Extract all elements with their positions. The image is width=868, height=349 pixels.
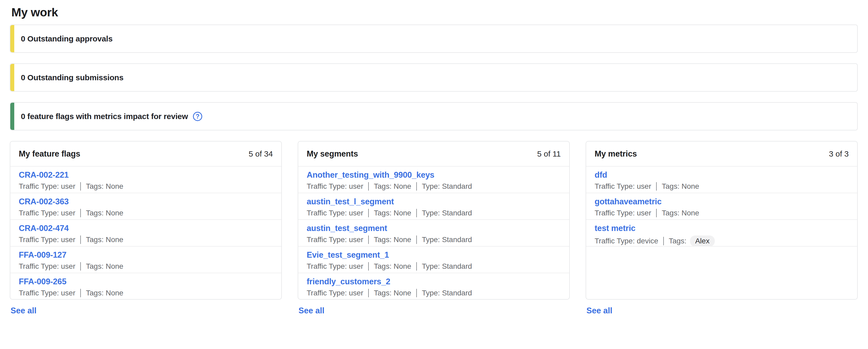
meta-field: Traffic Type: user [307, 289, 363, 297]
meta-field: Type: Standard [422, 182, 472, 191]
segments-card: My segments 5 of 11 Another_testing_with… [298, 141, 570, 299]
meta-field: Traffic Type: user [307, 262, 363, 271]
meta-field: Type: Standard [422, 235, 472, 244]
meta-separator [416, 182, 417, 191]
card-count: 3 of 3 [829, 150, 849, 158]
meta-field: Traffic Type: user [19, 235, 75, 244]
item-meta: Traffic Type: device Tags: Alex [595, 235, 849, 247]
see-all-segments-link[interactable]: See all [299, 306, 324, 315]
item-meta: Traffic Type: user Tags: None [19, 289, 273, 297]
meta-separator [80, 235, 81, 244]
metric-link[interactable]: test metric [595, 224, 636, 233]
list-item: FFA-009-127 Traffic Type: user Tags: Non… [10, 247, 281, 273]
item-meta: Traffic Type: user Tags: None Type: Stan… [307, 235, 561, 244]
feature-flags-column: My feature flags 5 of 34 CRA-002-221 Tra… [10, 141, 282, 315]
meta-field: Tags: None [86, 182, 123, 191]
meta-field: Traffic Type: user [19, 289, 75, 297]
meta-separator [416, 289, 417, 297]
alert-outstanding-submissions: 0 Outstanding submissions [10, 63, 858, 92]
meta-field: Traffic Type: user [19, 182, 75, 191]
meta-field: Traffic Type: user [307, 235, 363, 244]
list-item: FFA-009-265 Traffic Type: user Tags: Non… [10, 273, 281, 299]
list-item: Evie_test_segment_1 Traffic Type: user T… [298, 247, 569, 273]
meta-separator [368, 209, 369, 217]
meta-field: Type: Standard [422, 262, 472, 271]
segments-column: My segments 5 of 11 Another_testing_with… [298, 141, 570, 315]
flag-link[interactable]: FFA-009-127 [19, 250, 66, 260]
page-title: My work [11, 5, 858, 20]
see-all-metrics-link[interactable]: See all [586, 306, 612, 315]
meta-field: Tags: None [374, 209, 411, 217]
list-item: dfd Traffic Type: user Tags: None [586, 166, 857, 193]
item-meta: Traffic Type: user Tags: None [19, 182, 273, 191]
metrics-list: dfd Traffic Type: user Tags: None gottah… [586, 166, 857, 299]
feature-flags-list: CRA-002-221 Traffic Type: user Tags: Non… [10, 166, 281, 299]
alert-flags-metrics-impact: 0 feature flags with metrics impact for … [10, 102, 858, 130]
segment-link[interactable]: austin_test_segment [307, 224, 387, 233]
item-meta: Traffic Type: user Tags: None [595, 182, 849, 191]
card-empty-space [586, 247, 857, 299]
flag-link[interactable]: FFA-009-265 [19, 277, 66, 286]
meta-field: Tags: [669, 237, 686, 245]
segment-link[interactable]: friendly_customers_2 [307, 277, 390, 286]
meta-field: Traffic Type: user [595, 209, 651, 217]
list-item: friendly_customers_2 Traffic Type: user … [298, 273, 569, 299]
segment-link[interactable]: austin_test_l_segment [307, 197, 394, 207]
alert-text: 0 Outstanding approvals [21, 34, 113, 43]
card-count: 5 of 34 [249, 150, 273, 158]
item-meta: Traffic Type: user Tags: None Type: Stan… [307, 182, 561, 191]
segment-link[interactable]: Evie_test_segment_1 [307, 250, 389, 260]
question-circle-icon[interactable]: ? [192, 112, 203, 121]
meta-separator [663, 237, 664, 245]
flag-link[interactable]: CRA-002-221 [19, 170, 69, 180]
list-item: CRA-002-221 Traffic Type: user Tags: Non… [10, 166, 281, 193]
alert-accent-bar [10, 103, 14, 130]
meta-separator [368, 235, 369, 244]
my-work-page: My work 0 Outstanding approvals 0 Outsta… [0, 0, 868, 315]
meta-field: Tags: None [86, 289, 123, 297]
alert-outstanding-approvals: 0 Outstanding approvals [10, 25, 858, 53]
alert-text: 0 feature flags with metrics impact for … [21, 112, 188, 121]
flag-link[interactable]: CRA-002-363 [19, 197, 69, 207]
list-item: Another_testing_with_9900_keys Traffic T… [298, 166, 569, 193]
meta-separator [368, 182, 369, 191]
meta-field: Tags: None [662, 209, 699, 217]
meta-field: Traffic Type: user [19, 209, 75, 217]
item-meta: Traffic Type: user Tags: None [595, 209, 849, 217]
feature-flags-card: My feature flags 5 of 34 CRA-002-221 Tra… [10, 141, 282, 299]
card-title: My segments [307, 149, 358, 159]
tag-badge: Alex [690, 235, 715, 247]
list-item: austin_test_segment Traffic Type: user T… [298, 220, 569, 247]
meta-field: Tags: None [374, 182, 411, 191]
list-item: CRA-002-474 Traffic Type: user Tags: Non… [10, 220, 281, 247]
meta-separator [656, 209, 657, 217]
segment-link[interactable]: Another_testing_with_9900_keys [307, 170, 434, 180]
meta-separator [80, 289, 81, 297]
meta-separator [416, 262, 417, 271]
svg-text:?: ? [196, 113, 199, 120]
card-header: My segments 5 of 11 [298, 141, 569, 166]
card-header: My metrics 3 of 3 [586, 141, 857, 166]
meta-separator [416, 209, 417, 217]
see-all-feature-flags-link[interactable]: See all [10, 306, 36, 315]
item-meta: Traffic Type: user Tags: None Type: Stan… [307, 262, 561, 271]
meta-separator [80, 209, 81, 217]
metrics-column: My metrics 3 of 3 dfd Traffic Type: user… [586, 141, 858, 315]
flag-link[interactable]: CRA-002-474 [19, 224, 69, 233]
card-count: 5 of 11 [537, 150, 561, 158]
item-meta: Traffic Type: user Tags: None Type: Stan… [307, 289, 561, 297]
summary-cards: My feature flags 5 of 34 CRA-002-221 Tra… [10, 141, 858, 315]
meta-separator [368, 262, 369, 271]
meta-field: Type: Standard [422, 209, 472, 217]
meta-separator [656, 182, 657, 191]
meta-separator [368, 289, 369, 297]
card-header: My feature flags 5 of 34 [10, 141, 281, 166]
list-item: CRA-002-363 Traffic Type: user Tags: Non… [10, 193, 281, 220]
item-meta: Traffic Type: user Tags: None [19, 262, 273, 271]
segments-list: Another_testing_with_9900_keys Traffic T… [298, 166, 569, 299]
meta-field: Type: Standard [422, 289, 472, 297]
alert-accent-bar [10, 25, 14, 52]
metric-link[interactable]: dfd [595, 170, 607, 180]
metric-link[interactable]: gottahaveametric [595, 197, 662, 207]
meta-field: Traffic Type: user [595, 182, 651, 191]
